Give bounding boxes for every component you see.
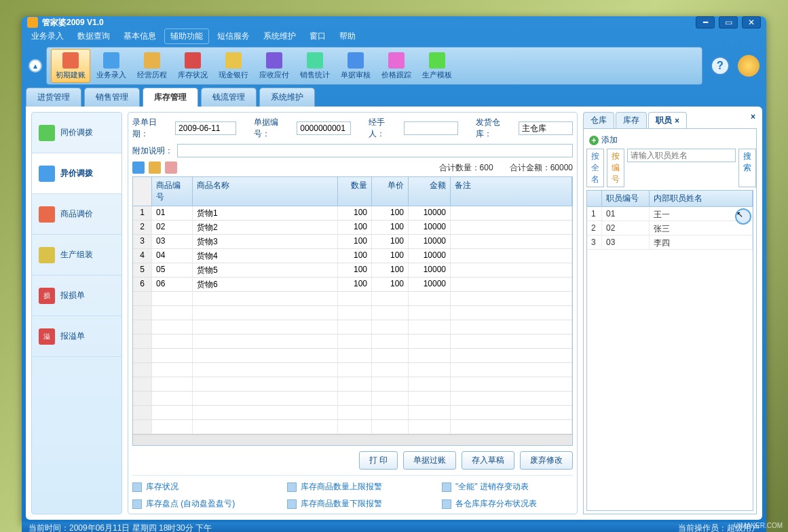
sidebar-item-5[interactable]: 溢报溢单 bbox=[32, 316, 121, 357]
table-row-empty[interactable] bbox=[133, 377, 572, 392]
staff-row[interactable]: 303李四 bbox=[587, 235, 753, 250]
table-row[interactable]: 202货物210010010000 bbox=[133, 221, 572, 235]
right-tab-0[interactable]: 仓库 bbox=[583, 112, 614, 128]
grid-header-6[interactable]: 备注 bbox=[451, 177, 572, 206]
table-row-empty[interactable] bbox=[133, 363, 572, 377]
menu-0[interactable]: 业务录入 bbox=[26, 29, 69, 43]
right-tab-2[interactable]: 职员 × bbox=[648, 112, 687, 128]
quick-link-3[interactable]: 库存盘点 (自动盘盈盘亏) bbox=[132, 498, 261, 510]
grid-header-0[interactable] bbox=[133, 177, 152, 206]
link-icon bbox=[442, 482, 451, 492]
menu-2[interactable]: 基本信息 bbox=[118, 29, 162, 43]
staff-search-input[interactable] bbox=[627, 149, 736, 162]
menu-4[interactable]: 短信服务 bbox=[212, 29, 255, 43]
maximize-button[interactable]: ▭ bbox=[719, 16, 738, 28]
staff-header-1[interactable]: 职员编号 bbox=[602, 191, 650, 206]
right-tab-1[interactable]: 库存 bbox=[616, 112, 647, 128]
grid-body[interactable]: 101货物110010010000202货物210010010000303货物3… bbox=[133, 206, 572, 434]
main-tab-4[interactable]: 系统维护 bbox=[259, 88, 315, 107]
docno-input[interactable] bbox=[297, 121, 351, 135]
grid-header-4[interactable]: 单价 bbox=[372, 177, 409, 206]
date-input[interactable] bbox=[175, 121, 236, 135]
table-row[interactable]: 101货物110010010000 bbox=[133, 206, 572, 221]
menu-7[interactable]: 帮助 bbox=[334, 29, 361, 43]
brand-icon[interactable] bbox=[738, 55, 759, 77]
toolbar-5[interactable]: 应收应付 bbox=[255, 49, 294, 83]
table-row-empty[interactable] bbox=[133, 392, 572, 406]
help-icon[interactable]: ? bbox=[711, 56, 730, 75]
quick-link-5[interactable]: 各仓库库存分布状况表 bbox=[442, 498, 571, 510]
toolbar-6[interactable]: 销售统计 bbox=[295, 49, 335, 83]
table-row-empty[interactable] bbox=[133, 349, 572, 363]
total-amt-label: 合计金额： bbox=[510, 163, 550, 172]
staff-row[interactable]: 101王一 bbox=[587, 207, 753, 221]
grid-tool-icon-2[interactable] bbox=[149, 162, 161, 174]
toolbar-4[interactable]: 现金银行 bbox=[214, 49, 253, 83]
toolbar-3[interactable]: 库存状况 bbox=[173, 49, 212, 83]
close-button[interactable]: ✕ bbox=[742, 16, 761, 28]
toolbar-icon-0 bbox=[62, 52, 79, 69]
grid-tool-icon-1[interactable] bbox=[132, 162, 145, 174]
sidebar-icon-0 bbox=[39, 125, 55, 141]
by-fullname-button[interactable]: 按全名 bbox=[586, 149, 604, 187]
action-button-0[interactable]: 打 印 bbox=[359, 451, 398, 470]
toolbar-1[interactable]: 业务录入 bbox=[92, 49, 131, 83]
quick-link-0[interactable]: 库存状况 bbox=[132, 481, 261, 493]
toolbar-8[interactable]: 价格跟踪 bbox=[377, 49, 416, 83]
close-panel-icon[interactable]: × bbox=[751, 112, 755, 121]
action-button-3[interactable]: 废弃修改 bbox=[520, 451, 573, 470]
grid-header-3[interactable]: 数量 bbox=[338, 177, 372, 206]
grid-header-1[interactable]: 商品编号 bbox=[152, 177, 193, 206]
menu-3[interactable]: 辅助功能 bbox=[164, 28, 209, 44]
horizontal-scrollbar[interactable] bbox=[133, 434, 572, 445]
handler-input[interactable] bbox=[404, 121, 458, 135]
staff-header-0[interactable] bbox=[587, 191, 602, 206]
toolbar-9[interactable]: 生产模板 bbox=[417, 49, 457, 83]
warehouse-input[interactable] bbox=[519, 121, 573, 135]
search-button[interactable]: 搜索 bbox=[738, 149, 756, 187]
sidebar-item-2[interactable]: 商品调价 bbox=[32, 194, 121, 235]
quick-link-2[interactable]: "全能" 进销存变动表 bbox=[442, 481, 571, 493]
menu-1[interactable]: 数据查询 bbox=[72, 29, 115, 43]
table-row[interactable]: 505货物510010010000 bbox=[133, 263, 572, 278]
grid-header-2[interactable]: 商品名称 bbox=[193, 177, 338, 206]
action-button-1[interactable]: 单据过账 bbox=[403, 451, 456, 470]
minimize-button[interactable]: ━ bbox=[696, 16, 715, 28]
toolbar-2[interactable]: 经营历程 bbox=[132, 49, 172, 83]
table-row[interactable]: 404货物410010010000 bbox=[133, 249, 572, 263]
note-input[interactable] bbox=[177, 144, 573, 157]
main-tab-0[interactable]: 进货管理 bbox=[26, 88, 81, 107]
table-row-empty[interactable] bbox=[133, 335, 572, 349]
main-tab-1[interactable]: 销售管理 bbox=[84, 88, 140, 107]
toolbar-7[interactable]: 单据审核 bbox=[336, 49, 375, 83]
grid-header-5[interactable]: 金额 bbox=[409, 177, 451, 206]
toolbar-0[interactable]: 初期建账 bbox=[51, 49, 90, 83]
table-row-empty[interactable] bbox=[133, 306, 572, 320]
menu-5[interactable]: 系统维护 bbox=[258, 29, 301, 43]
sidebar-icon-4: 损 bbox=[39, 288, 55, 304]
staff-row[interactable]: 202张三 bbox=[587, 221, 753, 235]
table-row-empty[interactable] bbox=[133, 292, 572, 306]
sidebar-item-4[interactable]: 损报损单 bbox=[32, 276, 121, 316]
table-row[interactable]: 303货物310010010000 bbox=[133, 235, 572, 249]
table-row-empty[interactable] bbox=[133, 320, 572, 335]
action-button-2[interactable]: 存入草稿 bbox=[462, 451, 514, 470]
sidebar-item-0[interactable]: 同价调拨 bbox=[32, 113, 121, 153]
menu-6[interactable]: 窗口 bbox=[304, 29, 331, 43]
table-row-empty[interactable] bbox=[133, 406, 572, 420]
staff-header-2[interactable]: 内部职员姓名 bbox=[650, 191, 753, 206]
sidebar-item-1[interactable]: 异价调拨 bbox=[32, 153, 121, 194]
by-code-button[interactable]: 按编号 bbox=[607, 149, 624, 187]
sidebar-item-3[interactable]: 生产组装 bbox=[32, 235, 121, 276]
table-row[interactable]: 606货物610010010000 bbox=[133, 278, 572, 292]
table-row-empty[interactable] bbox=[133, 420, 572, 434]
main-tab-2[interactable]: 库存管理 bbox=[143, 88, 198, 107]
main-tab-3[interactable]: 钱流管理 bbox=[201, 88, 257, 107]
menubar: 业务录入数据查询基本信息辅助功能短信服务系统维护窗口帮助 bbox=[22, 28, 766, 44]
quick-link-4[interactable]: 库存商品数量下限报警 bbox=[287, 498, 416, 510]
tab-close-icon[interactable]: × bbox=[675, 116, 679, 126]
quick-link-1[interactable]: 库存商品数量上限报警 bbox=[287, 481, 416, 493]
add-button[interactable]: + 添加 bbox=[586, 132, 753, 149]
grid-tool-icon-3[interactable] bbox=[165, 162, 177, 174]
collapse-toolbar-button[interactable]: ▴ bbox=[29, 59, 42, 73]
